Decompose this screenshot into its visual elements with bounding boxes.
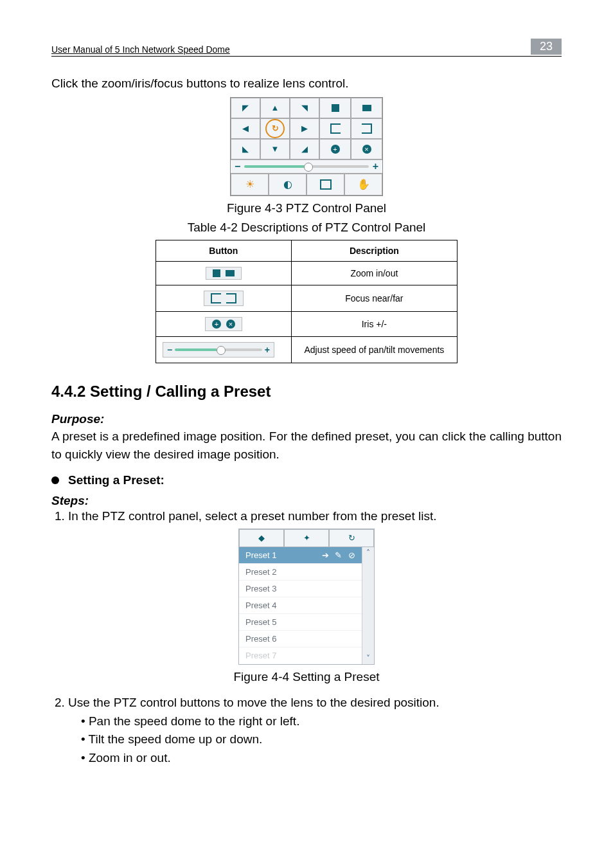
tree-icon (213, 269, 220, 277)
pan-down-left-button[interactable]: ◣ (231, 139, 260, 159)
pattern-tab-button[interactable]: ↻ (329, 529, 374, 547)
wiper-button[interactable]: ◐ (269, 174, 306, 195)
pan-down-right-button[interactable]: ◢ (290, 139, 319, 159)
ptz-description-table: Button Description Zoom in/out Focus nea… (155, 240, 458, 363)
speed-thumb (217, 346, 226, 355)
speed-minus-icon: − (167, 345, 172, 355)
preset-5-label: Preset 5 (245, 617, 276, 627)
purpose-text: A preset is a predefined image position.… (51, 428, 562, 464)
table-cell-speed-desc: Adjust speed of pan/tilt movements (291, 336, 457, 363)
setting-preset-heading: Setting a Preset: (51, 473, 562, 487)
preset-7-label: Preset 7 (245, 651, 276, 660)
tree-icon (332, 104, 339, 112)
zoom-out-button[interactable] (351, 98, 382, 118)
focus-far-icon (226, 293, 236, 303)
wiper-icon: ◐ (283, 178, 292, 190)
focus-near-icon (211, 293, 221, 303)
preset-2-label: Preset 2 (245, 567, 276, 577)
focus-near-button[interactable] (319, 118, 351, 139)
speed-minus-icon: − (235, 161, 240, 172)
preset-1-label: Preset 1 (245, 550, 276, 560)
preset-4-label: Preset 4 (245, 601, 276, 610)
step-2-sub-2: • Tilt the speed dome up or down. (81, 730, 562, 749)
table-cell-zoom-desc: Zoom in/out (291, 261, 457, 285)
bush-icon (226, 270, 235, 276)
intro-line: Click the zoom/iris/focus buttons to rea… (51, 75, 562, 93)
table-cell-iris-desc: Iris +/- (291, 311, 457, 336)
patrol-tab-button[interactable]: ✦ (284, 529, 329, 547)
table-header-button: Button (156, 240, 292, 261)
table-cell-iris-icons: +× (156, 311, 292, 336)
preset-6-label: Preset 6 (245, 634, 276, 644)
call-preset-icon[interactable]: ➔ (322, 550, 329, 560)
aux-focus-icon (320, 179, 332, 190)
pan-up-left-button[interactable]: ◤ (231, 98, 260, 118)
preset-list-panel: ◆ ✦ ↻ Preset 1 ➔ ✎ ⊘ Preset 2 Preset 3 P… (238, 529, 375, 665)
preset-1-actions: ➔ ✎ ⊘ (318, 550, 355, 560)
speed-thumb[interactable] (304, 163, 313, 172)
delete-preset-icon[interactable]: ⊘ (348, 550, 355, 560)
auto-scan-button[interactable]: ↻ (260, 118, 290, 139)
step-2: Use the PTZ control buttons to move the … (68, 696, 562, 710)
tilt-down-button[interactable]: ▼ (260, 139, 290, 159)
page-number: 23 (531, 39, 562, 55)
aux-focus-button[interactable] (306, 174, 344, 195)
preset-scrollbar[interactable]: ˄ ˅ (362, 547, 374, 664)
light-icon: ☀ (245, 178, 254, 190)
iris-open-icon: + (212, 320, 221, 329)
step-2-sub-1: • Pan the speed dome to the right or lef… (81, 712, 562, 731)
speed-plus-icon: + (373, 161, 378, 172)
table-cell-speed-slider: − + (156, 336, 292, 363)
purpose-label: Purpose: (51, 412, 562, 426)
light-button[interactable]: ☀ (231, 174, 269, 195)
table-header-description: Description (291, 240, 457, 261)
scroll-down-icon[interactable]: ˅ (366, 653, 370, 664)
iris-close-icon: × (362, 145, 371, 154)
scroll-up-icon[interactable]: ˄ (366, 547, 370, 559)
bush-icon (362, 105, 371, 111)
preset-item-6[interactable]: Preset 6 (239, 631, 362, 647)
tilt-up-button[interactable]: ▲ (260, 98, 290, 118)
set-preset-icon[interactable]: ✎ (335, 550, 342, 560)
header-title: User Manual of 5 Inch Network Speed Dome (51, 44, 230, 55)
lens-init-button[interactable]: ✋ (344, 174, 382, 195)
ptz-direction-pad: ◤ ▲ ◥ ◀ ↻ ▶ ◣ ▼ ◢ (231, 98, 319, 159)
preset-item-7[interactable]: Preset 7 (239, 647, 362, 664)
focus-far-icon (362, 123, 372, 134)
steps-label: Steps: (51, 494, 562, 508)
steps-list: In the PTZ control panel, select a prese… (51, 509, 562, 523)
speed-track (244, 165, 368, 168)
table-cell-focus-desc: Focus near/far (291, 285, 457, 311)
zoom-in-button[interactable] (319, 98, 351, 118)
focus-near-icon (330, 123, 341, 134)
preset-item-5[interactable]: Preset 5 (239, 614, 362, 631)
table-4-2-caption: Table 4-2 Descriptions of PTZ Control Pa… (51, 221, 562, 235)
preset-tab-button[interactable]: ◆ (239, 529, 284, 547)
table-cell-zoom-icons (156, 261, 292, 285)
preset-item-3[interactable]: Preset 3 (239, 581, 362, 597)
iris-open-button[interactable]: + (319, 139, 351, 159)
lens-init-icon: ✋ (357, 178, 370, 190)
ptz-control-panel: ◤ ▲ ◥ ◀ ↻ ▶ ◣ ▼ ◢ + × − (230, 97, 383, 196)
section-4-4-2-heading: 4.4.2 Setting / Calling a Preset (51, 383, 562, 401)
page-header: User Manual of 5 Inch Network Speed Dome… (51, 39, 562, 57)
step-2-sub-3: • Zoom in or out. (81, 749, 562, 768)
speed-track (175, 348, 262, 351)
preset-3-label: Preset 3 (245, 584, 276, 593)
focus-far-button[interactable] (351, 118, 382, 139)
preset-item-4[interactable]: Preset 4 (239, 597, 362, 614)
step-1: In the PTZ control panel, select a prese… (68, 509, 562, 523)
pan-left-button[interactable]: ◀ (231, 118, 260, 139)
iris-close-icon: × (226, 320, 235, 329)
figure-4-4-caption: Figure 4-4 Setting a Preset (51, 670, 562, 684)
preset-item-2[interactable]: Preset 2 (239, 564, 362, 581)
pan-right-button[interactable]: ▶ (290, 118, 319, 139)
table-cell-focus-icons (156, 285, 292, 311)
pan-up-right-button[interactable]: ◥ (290, 98, 319, 118)
preset-item-1[interactable]: Preset 1 ➔ ✎ ⊘ (239, 547, 362, 564)
steps-list-2: Use the PTZ control buttons to move the … (51, 696, 562, 710)
ptz-speed-slider[interactable]: − + (231, 159, 382, 174)
iris-close-button[interactable]: × (351, 139, 382, 159)
speed-plus-icon: + (265, 345, 270, 355)
iris-open-icon: + (331, 145, 340, 154)
